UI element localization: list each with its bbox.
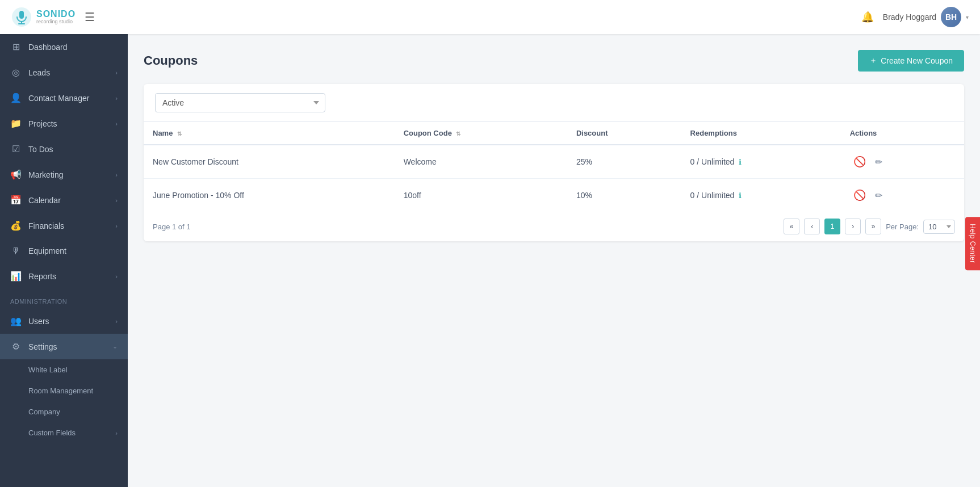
filter-bar: Active Inactive All: [144, 84, 964, 122]
sidebar-item-marketing[interactable]: 📢 Marketing ›: [0, 162, 128, 187]
table-row: June Promotion - 10% Off 10off 10% 0 / U…: [144, 179, 964, 212]
table-header-row: Name ⇅ Coupon Code ⇅ Discount Redemption…: [144, 122, 964, 145]
ban-button[interactable]: 🚫: [850, 153, 869, 170]
calendar-icon: 📅: [10, 195, 22, 205]
coupons-table: Name ⇅ Coupon Code ⇅ Discount Redemption…: [144, 122, 964, 212]
sidebar-item-equipment[interactable]: 🎙 Equipment: [0, 238, 128, 263]
edit-icon: ✏: [875, 157, 882, 167]
logo-icon: [11, 7, 32, 27]
edit-button[interactable]: ✏: [872, 154, 886, 170]
sidebar-item-label: Equipment: [28, 246, 66, 255]
sidebar-item-reports[interactable]: 📊 Reports ›: [0, 263, 128, 289]
plus-icon: ＋: [869, 56, 877, 66]
cell-coupon-code: 10off: [395, 179, 567, 212]
logo-text: SONIDO recording studio: [36, 9, 76, 24]
chevron-right-icon: ›: [115, 120, 118, 127]
info-icon[interactable]: ℹ: [739, 191, 742, 200]
sidebar-sub-item-label: White Label: [28, 366, 68, 374]
sidebar-sub-item-white-label[interactable]: White Label: [0, 359, 128, 380]
sidebar-item-label: Financials: [28, 221, 64, 230]
sidebar-sub-item-label: Room Management: [28, 387, 93, 395]
logo: SONIDO recording studio: [11, 7, 76, 27]
per-page-select[interactable]: 10 25 50 100: [923, 220, 955, 234]
chevron-right-icon: ›: [115, 69, 118, 76]
sidebar-item-label: Users: [28, 317, 49, 326]
next-page-button[interactable]: ›: [845, 219, 861, 234]
col-name: Name ⇅: [144, 122, 395, 145]
coupons-table-card: Active Inactive All Name ⇅ Coupon Code ⇅…: [144, 84, 964, 241]
chevron-right-icon: ›: [115, 430, 118, 436]
chevron-right-icon: ›: [115, 197, 118, 204]
sidebar: ⊞ Dashboard ◎ Leads › 👤 Contact Manager …: [0, 34, 128, 487]
sidebar-sub-item-label: Company: [28, 408, 60, 416]
cell-coupon-code: Welcome: [395, 145, 567, 179]
notification-bell-icon[interactable]: 🔔: [861, 11, 874, 23]
sidebar-item-label: To Dos: [28, 145, 53, 154]
settings-icon: ⚙: [10, 341, 22, 352]
sort-icon: ⇅: [177, 131, 182, 137]
brand-sub: recording studio: [36, 19, 76, 25]
create-new-coupon-button[interactable]: ＋ Create New Coupon: [858, 50, 964, 72]
sidebar-sub-item-label: Custom Fields: [28, 429, 76, 437]
chevron-down-icon: ⌄: [112, 343, 118, 350]
sidebar-item-todos[interactable]: ☑ To Dos: [0, 136, 128, 162]
chevron-right-icon: ›: [115, 95, 118, 102]
edit-button[interactable]: ✏: [872, 188, 886, 203]
pagination-bar: Page 1 of 1 « ‹ 1 › » Per Page: 10 25 50…: [144, 212, 964, 241]
financials-icon: 💰: [10, 220, 22, 231]
sidebar-item-leads[interactable]: ◎ Leads ›: [0, 60, 128, 85]
hamburger-icon[interactable]: ☰: [85, 10, 95, 24]
user-area[interactable]: Brady Hoggard BH ▾: [883, 7, 969, 27]
sidebar-item-settings[interactable]: ⚙ Settings ⌄: [0, 334, 128, 359]
last-page-button[interactable]: »: [865, 219, 881, 234]
header-left: SONIDO recording studio ☰: [11, 7, 95, 27]
status-filter-select[interactable]: Active Inactive All: [155, 93, 325, 112]
sidebar-item-dashboard[interactable]: ⊞ Dashboard: [0, 34, 128, 60]
cell-name: June Promotion - 10% Off: [144, 179, 395, 212]
ban-icon: 🚫: [853, 156, 866, 167]
sort-icon: ⇅: [456, 131, 460, 137]
sidebar-sub-item-room-management[interactable]: Room Management: [0, 380, 128, 401]
sidebar-item-financials[interactable]: 💰 Financials ›: [0, 213, 128, 238]
sidebar-item-label: Settings: [28, 342, 57, 351]
svg-rect-1: [19, 11, 24, 19]
contact-manager-icon: 👤: [10, 93, 22, 103]
dashboard-icon: ⊞: [10, 41, 22, 52]
pagination-controls: « ‹ 1 › » Per Page: 10 25 50 100: [784, 219, 955, 234]
projects-icon: 📁: [10, 118, 22, 129]
sidebar-item-users[interactable]: 👥 Users ›: [0, 308, 128, 334]
sidebar-item-projects[interactable]: 📁 Projects ›: [0, 111, 128, 136]
col-discount: Discount: [567, 122, 681, 145]
todos-icon: ☑: [10, 144, 22, 154]
prev-page-button[interactable]: ‹: [804, 219, 820, 234]
sidebar-item-contact-manager[interactable]: 👤 Contact Manager ›: [0, 85, 128, 111]
cell-discount: 10%: [567, 179, 681, 212]
sidebar-item-calendar[interactable]: 📅 Calendar ›: [0, 187, 128, 213]
col-redemptions: Redemptions: [681, 122, 841, 145]
sidebar-sub-item-custom-fields[interactable]: Custom Fields ›: [0, 422, 128, 443]
chevron-right-icon: ›: [115, 273, 118, 280]
cell-discount: 25%: [567, 145, 681, 179]
ban-button[interactable]: 🚫: [850, 187, 869, 204]
leads-icon: ◎: [10, 67, 22, 78]
brand-name: SONIDO: [36, 9, 76, 19]
chevron-right-icon: ›: [115, 222, 118, 229]
user-name: Brady Hoggard: [883, 12, 936, 22]
users-icon: 👥: [10, 316, 22, 326]
sidebar-item-label: Marketing: [28, 170, 63, 179]
content: Coupons ＋ Create New Coupon Active Inact…: [128, 34, 980, 487]
sidebar-item-label: Calendar: [28, 196, 61, 205]
ban-icon: 🚫: [853, 190, 866, 201]
help-center-tab[interactable]: Help Center: [965, 217, 980, 270]
page-1-button[interactable]: 1: [824, 219, 840, 234]
sidebar-sub-item-company[interactable]: Company: [0, 401, 128, 422]
cell-name: New Customer Discount: [144, 145, 395, 179]
first-page-button[interactable]: «: [784, 219, 799, 234]
cell-redemptions: 0 / Unlimited ℹ: [681, 145, 841, 179]
page-header: Coupons ＋ Create New Coupon: [144, 50, 964, 72]
admin-section-label: Administration: [0, 289, 128, 308]
info-icon[interactable]: ℹ: [739, 158, 742, 166]
page-info: Page 1 of 1: [153, 222, 191, 231]
sidebar-item-label: Projects: [28, 119, 57, 128]
page-title: Coupons: [144, 53, 198, 68]
